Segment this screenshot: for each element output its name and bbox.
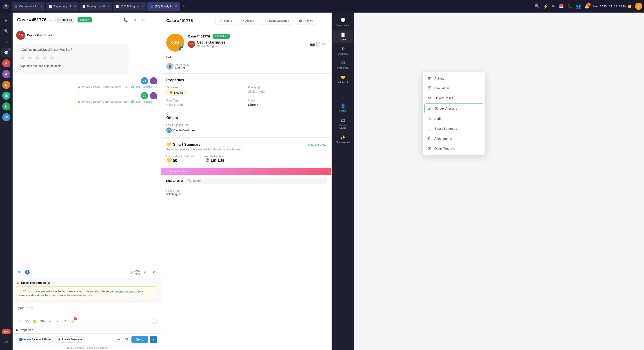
dropdown-linked-cases[interactable]: Linked Cases (423, 93, 485, 103)
dropdown-evaluation[interactable]: Evaluation (423, 83, 485, 93)
tab-paying2[interactable]: 📄 Paying my bill ✕ (80, 2, 112, 11)
team-icon[interactable]: 👥 (576, 4, 581, 9)
tab-paying1[interactable]: 📄 Paying my bill ✕ (46, 2, 79, 11)
sidebar-item-case[interactable]: 📋 Case (333, 30, 353, 43)
macro-icon: ⚡ (219, 19, 223, 22)
sidebar-chat-icon[interactable]: 💬 (1, 48, 11, 57)
dropdown-order-tracking[interactable]: Order Tracking (423, 143, 485, 153)
fb-compose-tab[interactable]: f (24, 269, 30, 276)
see-translation-2[interactable]: See Translation (136, 100, 153, 103)
case-detail-header: Case #451776 ⚡ Macro ↗ Assign ↩ Private … (161, 12, 332, 29)
notifications-button[interactable]: 🔔 25 (584, 4, 590, 9)
sidebar-user-w[interactable]: W (1, 112, 11, 122)
sidebar-item-conversation[interactable]: 💬 Conversation (333, 15, 353, 29)
refresh-action-button[interactable]: ↺ (131, 16, 138, 23)
search-icon[interactable]: 🔍 (535, 4, 540, 9)
messenger-policy-link[interactable]: messenger policy (114, 290, 136, 293)
svg-rect-14 (430, 107, 431, 110)
filter-action-button[interactable]: ⊟ (140, 16, 147, 23)
sidebar-item-profile[interactable]: 👤 Profile (333, 101, 353, 114)
emoji-icon[interactable]: 😊 (32, 318, 38, 325)
smart-responses-header[interactable]: ▲ Smart Responses (3) (16, 281, 157, 285)
last-engaged-avatar: CG (166, 127, 172, 133)
sidebar-user-u[interactable]: U (1, 80, 11, 90)
tab-community[interactable]: 👤 Community Ac ✕ (12, 2, 45, 11)
smart-summary-header: 💛 Smart Summary Detailed View (166, 142, 326, 147)
case-closed-badge[interactable]: Closed ⌄ (212, 34, 230, 39)
tab-ready[interactable]: 👤 (90) Ready fo ✕ (148, 2, 180, 11)
sidebar-icon-circle[interactable]: ◉ (1, 91, 11, 101)
case-type-value[interactable]: Click to Add (166, 103, 244, 107)
dropdown-survey-analysis[interactable]: Survey Analysis (424, 103, 483, 113)
sidebar-item-properties[interactable]: 🏷 Properties (333, 58, 353, 71)
tab-close-billing[interactable]: ✕ (142, 5, 144, 8)
sidebar-user-a2[interactable]: A f (1, 69, 11, 79)
send-dropdown-button[interactable]: ▼ (150, 336, 157, 343)
sidebar-search-icon[interactable]: 🔍 (1, 26, 11, 36)
more-toolbar-icon[interactable]: ⚡ ! (70, 318, 76, 325)
expand-composer-button[interactable]: ⤢ (141, 269, 148, 276)
sentiment-label: Sentiment (166, 86, 244, 89)
right-sidebar: 💬 Conversation 📋 Case 👁 Overview 🏷 Prope… (332, 12, 354, 350)
add-note-button[interactable]: 📝 Add Note (132, 269, 139, 276)
compose-icon[interactable]: ✏ (552, 4, 555, 9)
detailed-view-link[interactable]: Detailed View (308, 143, 326, 146)
tab-close-paying2[interactable]: ✕ (107, 5, 110, 8)
dropdown-activity[interactable]: Activity (423, 73, 485, 83)
apps-icon[interactable]: ⚡ (543, 4, 548, 9)
private-message-channel-button[interactable]: Private Message (55, 336, 85, 343)
sidebar-item-smart-assist[interactable]: ✨ Smart Assist (333, 132, 353, 146)
more-send-icon[interactable]: ⋯ (115, 336, 122, 343)
add-tab-button[interactable]: + (181, 4, 187, 9)
dropdown-smart-summary[interactable]: Smart Summary (423, 124, 485, 134)
see-translation-1[interactable]: See Translation (136, 85, 153, 88)
sidebar-home-icon[interactable]: ⊞ (1, 37, 11, 47)
message-input[interactable] (16, 306, 157, 313)
gif-icon[interactable]: GIF (39, 318, 46, 325)
phone-icon[interactable]: 📞 (568, 4, 572, 9)
sidebar-item-more[interactable]: ⋯ ... (333, 87, 353, 100)
private-msg-icon: ↩ (264, 19, 266, 22)
tab-close-paying1[interactable]: ✕ (74, 5, 76, 8)
attachment-icon[interactable]: 📎 (24, 318, 30, 325)
fb-channel-button[interactable]: f Acme Facebook Page (16, 336, 54, 343)
format-bold-icon[interactable]: 𝐁 (16, 318, 22, 325)
calendar-icon[interactable]: 📅 (559, 4, 564, 9)
more-options-button[interactable]: ⋯ (319, 17, 326, 24)
send-button[interactable]: Send (132, 336, 148, 343)
sidebar-user-a1[interactable]: A f (1, 58, 11, 68)
smart-assist-search-input[interactable] (193, 179, 324, 182)
sidebar-item-historical-cases[interactable]: 🗂 Historical Cases (333, 115, 353, 131)
email-compose-tab[interactable]: ✉ (16, 269, 22, 276)
phone-action-button[interactable]: 📞 (122, 16, 129, 23)
refresh-icon[interactable]: ↺ (62, 318, 68, 325)
tab-close-ready[interactable]: ✕ (175, 5, 177, 8)
user-avatar[interactable]: Y (635, 3, 642, 10)
calendar-send-icon[interactable]: 📅 (123, 336, 130, 343)
sidebar-user-n[interactable]: N (1, 101, 11, 111)
archive-button[interactable]: 📦 Archive (295, 17, 317, 24)
sidebar-sla-badge[interactable]: SLA (1, 327, 11, 337)
tab-billing[interactable]: 📄 [DA] Billing Iss ✕ (113, 2, 146, 11)
sidebar-item-collaborate[interactable]: 🤝 Collaborate (333, 72, 353, 86)
properties-toggle-button[interactable]: ▶ Properties (16, 328, 157, 332)
priority-value[interactable]: Click to Add (248, 90, 326, 93)
more-action-button[interactable]: ⋯ (149, 16, 156, 23)
sidebar-item-overview[interactable]: 👁 Overview (333, 44, 353, 57)
private-message-button[interactable]: ↩ Private Message (260, 17, 293, 24)
close-composer-button[interactable]: ✕ (150, 269, 157, 276)
tab-close-community[interactable]: ✕ (40, 5, 42, 8)
macro-button[interactable]: ⚡ Macro (215, 17, 236, 24)
list-icon[interactable]: ≡ (47, 318, 53, 325)
sidebar-expand-icon[interactable]: ▶ (1, 15, 11, 25)
dropdown-audit[interactable]: Audit (423, 114, 485, 124)
circle-icon (152, 319, 157, 324)
case-panel-dropdown-icon[interactable]: ⌄ (49, 18, 52, 22)
star-5: ★ (50, 54, 55, 61)
smart-responses-panel: ▲ Smart Responses (3) ⚠ 24 hours have pa… (12, 278, 161, 303)
sidebar-plus80[interactable]: +80 (1, 338, 11, 347)
assign-button[interactable]: ↗ Assign (238, 17, 258, 24)
globe-icon-1: 🌐 (131, 85, 134, 88)
expand-icon[interactable]: ⤡ (54, 318, 61, 325)
dropdown-attachments[interactable]: Attachments (423, 134, 485, 143)
